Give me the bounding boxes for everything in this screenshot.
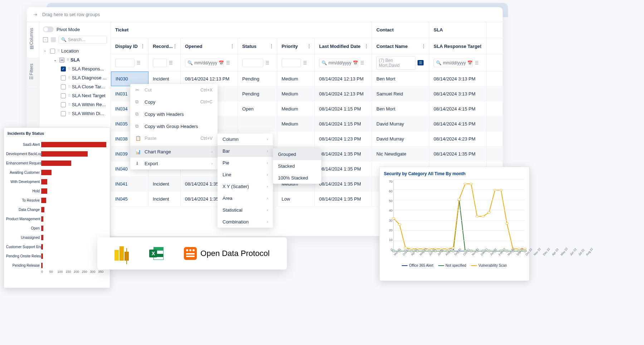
submenu-item[interactable]: 100% Stacked bbox=[273, 172, 321, 184]
bar-row: Awaiting Customer bbox=[6, 168, 106, 177]
paste-icon: 📋 bbox=[135, 135, 141, 141]
menu-chart-range[interactable]: 📊Chart Range› bbox=[130, 146, 218, 158]
bar-row: Open bbox=[6, 223, 106, 233]
bar-row: SaaS Alert bbox=[6, 140, 106, 149]
select-all-checkbox[interactable] bbox=[51, 37, 56, 42]
submenu-item[interactable]: Combination› bbox=[218, 216, 273, 228]
copy-icon: ⧉ bbox=[135, 99, 141, 105]
submenu-item[interactable]: Pie› bbox=[218, 157, 273, 169]
column-search-input[interactable]: 🔍Search... bbox=[59, 36, 107, 44]
col-header[interactable]: Last Modified Date⋮ bbox=[315, 38, 372, 54]
columns-icon: ▤ bbox=[29, 45, 34, 50]
submenu-item[interactable]: Statistical› bbox=[218, 204, 273, 216]
column-group-sla[interactable]: SLA bbox=[429, 22, 487, 38]
filter-icon[interactable]: ☰ bbox=[169, 60, 173, 65]
filters-tab[interactable]: ☰Filters bbox=[27, 58, 39, 89]
chart-type-submenu: Column›Bar›Pie›Line›X Y (Scatter)›Area›S… bbox=[218, 133, 273, 228]
svg-point-65 bbox=[506, 223, 509, 225]
svg-point-60 bbox=[475, 216, 479, 217]
chart-title: Security by Category All Time By month bbox=[384, 171, 525, 176]
export-icon: ⬇ bbox=[135, 161, 141, 166]
incidents-chart-panel: Incidents By Status SaaS AlertDevelopmen… bbox=[4, 127, 110, 288]
bar-row: Product Management bbox=[6, 214, 106, 223]
odata-logo: Open Data Protocol bbox=[184, 247, 269, 260]
filter-icon[interactable]: ☰ bbox=[303, 60, 307, 65]
filter-input[interactable]: 🔍 mm/dd/yyyy📅 bbox=[434, 59, 473, 67]
collapse-all-button[interactable]: − bbox=[43, 37, 48, 42]
filter-input[interactable] bbox=[282, 59, 301, 67]
filter-input[interactable]: (7) Ben Mort,David bbox=[376, 56, 415, 70]
svg-point-58 bbox=[464, 183, 467, 185]
column-group-contact[interactable]: Contact bbox=[372, 22, 429, 38]
submenu-item[interactable]: Column› bbox=[218, 133, 273, 145]
grouping-bar[interactable]: ⇥ Drag here to set row groups bbox=[27, 7, 503, 22]
col-header[interactable]: Priority⋮ bbox=[277, 38, 315, 54]
security-chart-panel: Security by Category All Time By month 7… bbox=[379, 167, 530, 281]
filter-input[interactable] bbox=[153, 59, 167, 67]
copy-icon: ⧉ bbox=[135, 123, 141, 129]
tree-item[interactable]: ⠿SLA Within Di... bbox=[43, 109, 107, 118]
filter-active-icon[interactable]: ☰ bbox=[418, 60, 424, 65]
column-tree: ›⠿Location ⌄−⠿SLA ✓⠿SLA Respons... ⠿SLA … bbox=[43, 46, 107, 118]
menu-copy-group[interactable]: ⧉Copy with Group Headers bbox=[130, 120, 218, 132]
bar-type-submenu: GroupedStacked100% Stacked bbox=[273, 148, 321, 184]
tree-item-location[interactable]: ›⠿Location bbox=[43, 46, 107, 55]
bar-row: Customer Support Engineer bbox=[6, 242, 106, 251]
submenu-item[interactable]: Bar› bbox=[218, 145, 273, 157]
chart-icon: 📊 bbox=[135, 149, 141, 154]
pivot-toggle[interactable] bbox=[43, 26, 54, 32]
bar-row: To Resolve bbox=[6, 196, 106, 205]
submenu-item[interactable]: Area› bbox=[218, 192, 273, 204]
svg-point-47 bbox=[398, 224, 401, 226]
context-menu: ✂CutCtrl+X ⧉CopyCtrl+C ⧉Copy with Header… bbox=[130, 84, 218, 169]
filter-icon[interactable]: ☰ bbox=[360, 60, 364, 65]
filter-input[interactable] bbox=[115, 59, 135, 67]
tree-item[interactable]: ⠿SLA Diagnose ... bbox=[43, 73, 107, 82]
menu-export[interactable]: ⬇Export› bbox=[130, 158, 218, 169]
col-header[interactable]: Opened⋮ bbox=[181, 38, 238, 54]
filter-icon[interactable]: ☰ bbox=[137, 60, 141, 65]
bar-row: With Development bbox=[6, 177, 106, 186]
tree-item[interactable]: ⠿SLA Close Tar... bbox=[43, 82, 107, 91]
submenu-item[interactable]: X Y (Scatter)› bbox=[218, 181, 273, 192]
integration-logos-panel: X Open Data Protocol bbox=[97, 237, 287, 270]
tree-item[interactable]: ⠿SLA Next Target bbox=[43, 91, 107, 100]
grouping-placeholder: Drag here to set row groups bbox=[42, 12, 100, 17]
filter-icon[interactable]: ☰ bbox=[475, 60, 479, 65]
tree-item-sla[interactable]: ⌄−⠿SLA bbox=[43, 55, 107, 64]
search-icon: 🔍 bbox=[61, 37, 67, 42]
copy-icon: ⧉ bbox=[135, 111, 141, 117]
powerbi-logo bbox=[114, 246, 129, 261]
menu-copy[interactable]: ⧉CopyCtrl+C bbox=[130, 96, 218, 108]
filter-input[interactable]: 🔍 mm/dd/yyyy📅 bbox=[319, 59, 358, 67]
col-header[interactable]: Status⋮ bbox=[238, 38, 277, 54]
bar-row: Hold bbox=[6, 186, 106, 196]
svg-point-61 bbox=[482, 216, 485, 217]
bar-row: Unassigned bbox=[6, 233, 106, 242]
submenu-item[interactable]: Stacked bbox=[273, 160, 321, 172]
filter-input[interactable]: 🔍 mm/dd/yyyy📅 bbox=[185, 59, 224, 67]
svg-point-59 bbox=[469, 183, 473, 185]
col-header[interactable]: Record...⋮ bbox=[148, 38, 181, 54]
menu-paste[interactable]: 📋PasteCtrl+V bbox=[130, 132, 218, 144]
svg-point-49 bbox=[410, 248, 413, 250]
filters-icon: ☰ bbox=[29, 75, 34, 80]
submenu-item[interactable]: Line› bbox=[218, 169, 273, 181]
menu-cut[interactable]: ✂CutCtrl+X bbox=[130, 84, 218, 96]
svg-point-62 bbox=[488, 212, 491, 213]
bar-row: Data Change bbox=[6, 205, 106, 214]
col-header[interactable]: Display ID⋮ bbox=[111, 38, 148, 54]
col-header[interactable]: Contact Name⋮ bbox=[372, 38, 429, 54]
submenu-item[interactable]: Grouped bbox=[273, 148, 321, 160]
menu-copy-headers[interactable]: ⧉Copy with Headers bbox=[130, 108, 218, 120]
columns-tab[interactable]: ▤Columns bbox=[27, 22, 39, 58]
cut-icon: ✂ bbox=[135, 87, 141, 93]
column-group-ticket[interactable]: Ticket bbox=[111, 22, 372, 38]
tree-item[interactable]: ⠿SLA Within Re... bbox=[43, 100, 107, 109]
col-header[interactable]: SLA Response Target⋮ bbox=[429, 38, 487, 54]
filter-icon[interactable]: ☰ bbox=[265, 60, 269, 65]
chart-title: Incidents By Status bbox=[6, 131, 106, 135]
tree-item[interactable]: ✓⠿SLA Respons... bbox=[43, 64, 107, 73]
filter-icon[interactable]: ☰ bbox=[226, 60, 230, 65]
filter-input[interactable] bbox=[242, 59, 263, 67]
